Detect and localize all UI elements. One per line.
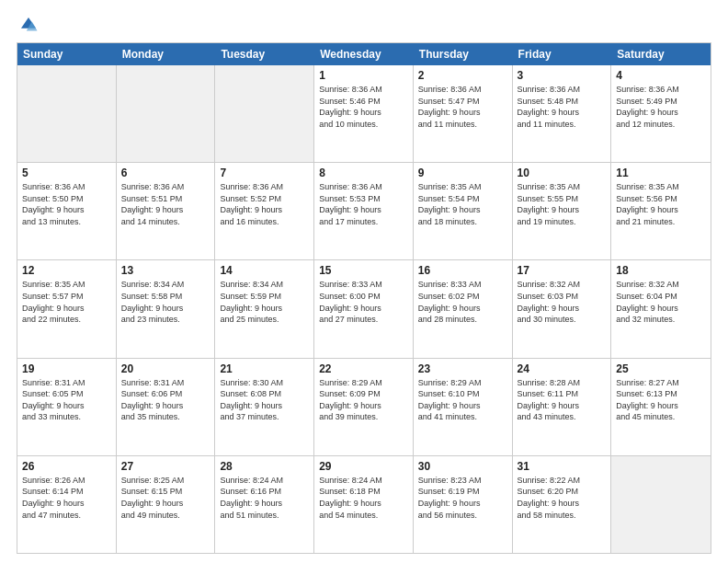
day-number: 12 — [22, 264, 111, 277]
calendar-row: 26Sunrise: 8:26 AM Sunset: 6:14 PM Dayli… — [17, 455, 711, 553]
day-number: 13 — [121, 264, 210, 277]
cell-detail: Sunrise: 8:24 AM Sunset: 6:16 PM Dayligh… — [220, 475, 309, 521]
header-cell-tuesday: Tuesday — [215, 43, 314, 65]
day-number: 24 — [518, 362, 607, 375]
day-number: 16 — [418, 264, 507, 277]
day-number: 29 — [319, 460, 408, 473]
calendar-cell: 21Sunrise: 8:30 AM Sunset: 6:08 PM Dayli… — [215, 359, 314, 455]
day-number: 27 — [121, 460, 210, 473]
cell-detail: Sunrise: 8:34 AM Sunset: 5:59 PM Dayligh… — [220, 279, 309, 325]
cell-detail: Sunrise: 8:35 AM Sunset: 5:57 PM Dayligh… — [22, 279, 111, 325]
cell-detail: Sunrise: 8:36 AM Sunset: 5:49 PM Dayligh… — [616, 84, 706, 130]
calendar-cell: 23Sunrise: 8:29 AM Sunset: 6:10 PM Dayli… — [414, 359, 513, 455]
day-number: 2 — [418, 69, 507, 82]
calendar-row: 5Sunrise: 8:36 AM Sunset: 5:50 PM Daylig… — [17, 162, 711, 259]
page: SundayMondayTuesdayWednesdayThursdayFrid… — [0, 0, 728, 563]
cell-detail: Sunrise: 8:33 AM Sunset: 6:02 PM Dayligh… — [418, 279, 507, 325]
header — [17, 15, 711, 35]
calendar-cell: 27Sunrise: 8:25 AM Sunset: 6:15 PM Dayli… — [117, 456, 216, 553]
day-number: 25 — [616, 362, 706, 375]
day-number: 14 — [220, 264, 309, 277]
day-number: 6 — [121, 167, 210, 179]
cell-detail: Sunrise: 8:35 AM Sunset: 5:55 PM Dayligh… — [518, 181, 607, 227]
logo — [17, 15, 40, 35]
calendar: SundayMondayTuesdayWednesdayThursdayFrid… — [17, 42, 711, 554]
day-number: 20 — [121, 362, 210, 375]
day-number: 15 — [319, 264, 408, 277]
cell-detail: Sunrise: 8:31 AM Sunset: 6:05 PM Dayligh… — [22, 377, 111, 423]
calendar-cell: 5Sunrise: 8:36 AM Sunset: 5:50 PM Daylig… — [17, 163, 117, 259]
cell-detail: Sunrise: 8:34 AM Sunset: 5:58 PM Dayligh… — [121, 279, 210, 325]
header-cell-sunday: Sunday — [17, 43, 117, 65]
day-number: 19 — [22, 362, 111, 375]
day-number: 7 — [220, 167, 309, 179]
calendar-cell — [215, 65, 314, 162]
calendar-cell: 19Sunrise: 8:31 AM Sunset: 6:05 PM Dayli… — [17, 359, 117, 455]
cell-detail: Sunrise: 8:24 AM Sunset: 6:18 PM Dayligh… — [319, 475, 408, 521]
day-number: 10 — [518, 167, 607, 179]
logo-icon — [18, 15, 39, 35]
cell-detail: Sunrise: 8:30 AM Sunset: 6:08 PM Dayligh… — [220, 377, 309, 423]
cell-detail: Sunrise: 8:36 AM Sunset: 5:52 PM Dayligh… — [220, 181, 309, 227]
calendar-cell: 15Sunrise: 8:33 AM Sunset: 6:00 PM Dayli… — [314, 260, 414, 357]
day-number: 3 — [518, 69, 607, 82]
cell-detail: Sunrise: 8:28 AM Sunset: 6:11 PM Dayligh… — [518, 377, 607, 423]
calendar-cell: 9Sunrise: 8:35 AM Sunset: 5:54 PM Daylig… — [414, 163, 513, 259]
calendar-cell: 1Sunrise: 8:36 AM Sunset: 5:46 PM Daylig… — [314, 65, 414, 162]
day-number: 30 — [418, 460, 507, 473]
calendar-cell: 28Sunrise: 8:24 AM Sunset: 6:16 PM Dayli… — [215, 456, 314, 553]
cell-detail: Sunrise: 8:36 AM Sunset: 5:46 PM Dayligh… — [319, 84, 408, 130]
calendar-header: SundayMondayTuesdayWednesdayThursdayFrid… — [17, 43, 711, 65]
calendar-cell: 12Sunrise: 8:35 AM Sunset: 5:57 PM Dayli… — [17, 260, 117, 357]
header-cell-thursday: Thursday — [414, 43, 513, 65]
header-cell-saturday: Saturday — [611, 43, 711, 65]
calendar-cell: 2Sunrise: 8:36 AM Sunset: 5:47 PM Daylig… — [414, 65, 513, 162]
calendar-cell: 20Sunrise: 8:31 AM Sunset: 6:06 PM Dayli… — [117, 359, 216, 455]
calendar-cell: 31Sunrise: 8:22 AM Sunset: 6:20 PM Dayli… — [513, 456, 612, 553]
cell-detail: Sunrise: 8:35 AM Sunset: 5:56 PM Dayligh… — [616, 181, 706, 227]
day-number: 21 — [220, 362, 309, 375]
calendar-cell: 22Sunrise: 8:29 AM Sunset: 6:09 PM Dayli… — [314, 359, 414, 455]
calendar-cell: 17Sunrise: 8:32 AM Sunset: 6:03 PM Dayli… — [513, 260, 612, 357]
calendar-cell: 11Sunrise: 8:35 AM Sunset: 5:56 PM Dayli… — [611, 163, 711, 259]
calendar-cell — [17, 65, 117, 162]
day-number: 4 — [616, 69, 706, 82]
cell-detail: Sunrise: 8:29 AM Sunset: 6:10 PM Dayligh… — [418, 377, 507, 423]
calendar-cell: 25Sunrise: 8:27 AM Sunset: 6:13 PM Dayli… — [611, 359, 711, 455]
cell-detail: Sunrise: 8:31 AM Sunset: 6:06 PM Dayligh… — [121, 377, 210, 423]
cell-detail: Sunrise: 8:36 AM Sunset: 5:51 PM Dayligh… — [121, 181, 210, 227]
calendar-cell: 10Sunrise: 8:35 AM Sunset: 5:55 PM Dayli… — [513, 163, 612, 259]
calendar-cell: 16Sunrise: 8:33 AM Sunset: 6:02 PM Dayli… — [414, 260, 513, 357]
day-number: 26 — [22, 460, 111, 473]
calendar-body: 1Sunrise: 8:36 AM Sunset: 5:46 PM Daylig… — [17, 65, 711, 553]
calendar-cell — [117, 65, 216, 162]
day-number: 1 — [319, 69, 408, 82]
calendar-cell: 18Sunrise: 8:32 AM Sunset: 6:04 PM Dayli… — [611, 260, 711, 357]
calendar-row: 12Sunrise: 8:35 AM Sunset: 5:57 PM Dayli… — [17, 259, 711, 357]
day-number: 18 — [616, 264, 706, 277]
calendar-cell: 13Sunrise: 8:34 AM Sunset: 5:58 PM Dayli… — [117, 260, 216, 357]
calendar-cell — [611, 456, 711, 553]
calendar-cell: 29Sunrise: 8:24 AM Sunset: 6:18 PM Dayli… — [314, 456, 414, 553]
day-number: 28 — [220, 460, 309, 473]
day-number: 23 — [418, 362, 507, 375]
cell-detail: Sunrise: 8:32 AM Sunset: 6:03 PM Dayligh… — [518, 279, 607, 325]
header-cell-friday: Friday — [513, 43, 612, 65]
cell-detail: Sunrise: 8:32 AM Sunset: 6:04 PM Dayligh… — [616, 279, 706, 325]
day-number: 17 — [518, 264, 607, 277]
calendar-row: 1Sunrise: 8:36 AM Sunset: 5:46 PM Daylig… — [17, 65, 711, 162]
cell-detail: Sunrise: 8:36 AM Sunset: 5:48 PM Dayligh… — [518, 84, 607, 130]
calendar-cell: 3Sunrise: 8:36 AM Sunset: 5:48 PM Daylig… — [513, 65, 612, 162]
header-cell-wednesday: Wednesday — [314, 43, 414, 65]
cell-detail: Sunrise: 8:27 AM Sunset: 6:13 PM Dayligh… — [616, 377, 706, 423]
calendar-cell: 8Sunrise: 8:36 AM Sunset: 5:53 PM Daylig… — [314, 163, 414, 259]
cell-detail: Sunrise: 8:36 AM Sunset: 5:53 PM Dayligh… — [319, 181, 408, 227]
calendar-cell: 24Sunrise: 8:28 AM Sunset: 6:11 PM Dayli… — [513, 359, 612, 455]
header-cell-monday: Monday — [117, 43, 216, 65]
day-number: 22 — [319, 362, 408, 375]
cell-detail: Sunrise: 8:35 AM Sunset: 5:54 PM Dayligh… — [418, 181, 507, 227]
day-number: 31 — [518, 460, 607, 473]
cell-detail: Sunrise: 8:36 AM Sunset: 5:47 PM Dayligh… — [418, 84, 507, 130]
day-number: 11 — [616, 167, 706, 179]
day-number: 9 — [418, 167, 507, 179]
